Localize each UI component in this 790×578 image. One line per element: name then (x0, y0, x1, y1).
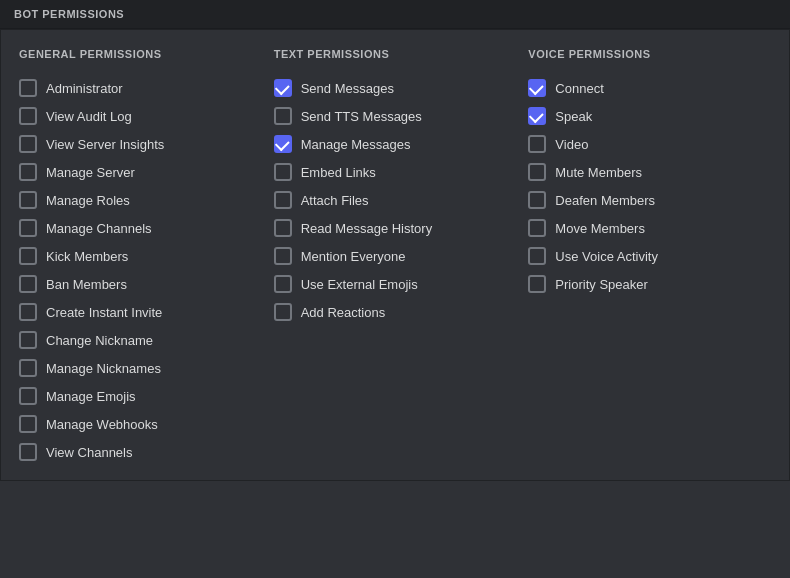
label-manage-webhooks: Manage Webhooks (46, 417, 158, 432)
permission-item-priority-speaker: Priority Speaker (528, 270, 767, 298)
permission-item-deafen-members: Deafen Members (528, 186, 767, 214)
checkbox-speak[interactable] (528, 107, 546, 125)
permission-item-embed-links: Embed Links (274, 158, 513, 186)
checkbox-manage-channels[interactable] (19, 219, 37, 237)
checkbox-use-voice-activity[interactable] (528, 247, 546, 265)
label-move-members: Move Members (555, 221, 645, 236)
label-manage-messages: Manage Messages (301, 137, 411, 152)
label-deafen-members: Deafen Members (555, 193, 655, 208)
permission-item-administrator: Administrator (19, 74, 258, 102)
checkbox-kick-members[interactable] (19, 247, 37, 265)
permission-item-view-audit-log: View Audit Log (19, 102, 258, 130)
label-read-message-history: Read Message History (301, 221, 433, 236)
permission-item-view-server-insights: View Server Insights (19, 130, 258, 158)
permission-column-voice: VOICE PERMISSIONSConnectSpeakVideoMute M… (520, 48, 775, 466)
permission-item-add-reactions: Add Reactions (274, 298, 513, 326)
label-manage-emojis: Manage Emojis (46, 389, 136, 404)
label-priority-speaker: Priority Speaker (555, 277, 647, 292)
label-change-nickname: Change Nickname (46, 333, 153, 348)
permission-item-read-message-history: Read Message History (274, 214, 513, 242)
checkbox-video[interactable] (528, 135, 546, 153)
permission-item-view-channels: View Channels (19, 438, 258, 466)
label-ban-members: Ban Members (46, 277, 127, 292)
column-header-voice: VOICE PERMISSIONS (528, 48, 767, 60)
checkbox-read-message-history[interactable] (274, 219, 292, 237)
permission-item-manage-emojis: Manage Emojis (19, 382, 258, 410)
column-header-text: TEXT PERMISSIONS (274, 48, 513, 60)
permission-item-change-nickname: Change Nickname (19, 326, 258, 354)
label-attach-files: Attach Files (301, 193, 369, 208)
label-send-tts-messages: Send TTS Messages (301, 109, 422, 124)
label-administrator: Administrator (46, 81, 123, 96)
label-manage-channels: Manage Channels (46, 221, 152, 236)
permission-item-video: Video (528, 130, 767, 158)
label-use-external-emojis: Use External Emojis (301, 277, 418, 292)
label-use-voice-activity: Use Voice Activity (555, 249, 658, 264)
label-embed-links: Embed Links (301, 165, 376, 180)
permission-item-mute-members: Mute Members (528, 158, 767, 186)
permission-item-ban-members: Ban Members (19, 270, 258, 298)
permission-item-attach-files: Attach Files (274, 186, 513, 214)
label-kick-members: Kick Members (46, 249, 128, 264)
label-connect: Connect (555, 81, 603, 96)
permission-item-connect: Connect (528, 74, 767, 102)
label-manage-nicknames: Manage Nicknames (46, 361, 161, 376)
checkbox-send-messages[interactable] (274, 79, 292, 97)
checkbox-ban-members[interactable] (19, 275, 37, 293)
checkbox-manage-server[interactable] (19, 163, 37, 181)
permission-item-manage-messages: Manage Messages (274, 130, 513, 158)
label-mute-members: Mute Members (555, 165, 642, 180)
checkbox-view-audit-log[interactable] (19, 107, 37, 125)
checkbox-mute-members[interactable] (528, 163, 546, 181)
label-video: Video (555, 137, 588, 152)
bot-permissions-header: BOT PERMISSIONS (0, 0, 790, 29)
checkbox-manage-roles[interactable] (19, 191, 37, 209)
permission-item-send-messages: Send Messages (274, 74, 513, 102)
permission-item-manage-roles: Manage Roles (19, 186, 258, 214)
checkbox-use-external-emojis[interactable] (274, 275, 292, 293)
checkbox-create-instant-invite[interactable] (19, 303, 37, 321)
checkbox-move-members[interactable] (528, 219, 546, 237)
permission-item-move-members: Move Members (528, 214, 767, 242)
checkbox-add-reactions[interactable] (274, 303, 292, 321)
permission-item-manage-server: Manage Server (19, 158, 258, 186)
permission-column-general: GENERAL PERMISSIONSAdministratorView Aud… (15, 48, 266, 466)
permission-item-use-voice-activity: Use Voice Activity (528, 242, 767, 270)
checkbox-deafen-members[interactable] (528, 191, 546, 209)
checkbox-mention-everyone[interactable] (274, 247, 292, 265)
checkbox-manage-nicknames[interactable] (19, 359, 37, 377)
permissions-container: GENERAL PERMISSIONSAdministratorView Aud… (0, 29, 790, 481)
label-view-audit-log: View Audit Log (46, 109, 132, 124)
checkbox-attach-files[interactable] (274, 191, 292, 209)
checkbox-change-nickname[interactable] (19, 331, 37, 349)
permission-item-use-external-emojis: Use External Emojis (274, 270, 513, 298)
checkbox-manage-emojis[interactable] (19, 387, 37, 405)
permission-item-manage-webhooks: Manage Webhooks (19, 410, 258, 438)
permission-item-manage-channels: Manage Channels (19, 214, 258, 242)
checkbox-embed-links[interactable] (274, 163, 292, 181)
checkbox-manage-webhooks[interactable] (19, 415, 37, 433)
label-view-channels: View Channels (46, 445, 132, 460)
permission-item-manage-nicknames: Manage Nicknames (19, 354, 258, 382)
label-send-messages: Send Messages (301, 81, 394, 96)
permission-item-kick-members: Kick Members (19, 242, 258, 270)
checkbox-manage-messages[interactable] (274, 135, 292, 153)
permission-item-mention-everyone: Mention Everyone (274, 242, 513, 270)
checkbox-connect[interactable] (528, 79, 546, 97)
permission-column-text: TEXT PERMISSIONSSend MessagesSend TTS Me… (266, 48, 521, 466)
label-create-instant-invite: Create Instant Invite (46, 305, 162, 320)
label-view-server-insights: View Server Insights (46, 137, 164, 152)
label-manage-roles: Manage Roles (46, 193, 130, 208)
checkbox-view-channels[interactable] (19, 443, 37, 461)
checkbox-send-tts-messages[interactable] (274, 107, 292, 125)
checkbox-priority-speaker[interactable] (528, 275, 546, 293)
permission-item-create-instant-invite: Create Instant Invite (19, 298, 258, 326)
permission-item-send-tts-messages: Send TTS Messages (274, 102, 513, 130)
column-header-general: GENERAL PERMISSIONS (19, 48, 258, 60)
checkbox-administrator[interactable] (19, 79, 37, 97)
label-add-reactions: Add Reactions (301, 305, 386, 320)
label-speak: Speak (555, 109, 592, 124)
permission-item-speak: Speak (528, 102, 767, 130)
label-manage-server: Manage Server (46, 165, 135, 180)
checkbox-view-server-insights[interactable] (19, 135, 37, 153)
